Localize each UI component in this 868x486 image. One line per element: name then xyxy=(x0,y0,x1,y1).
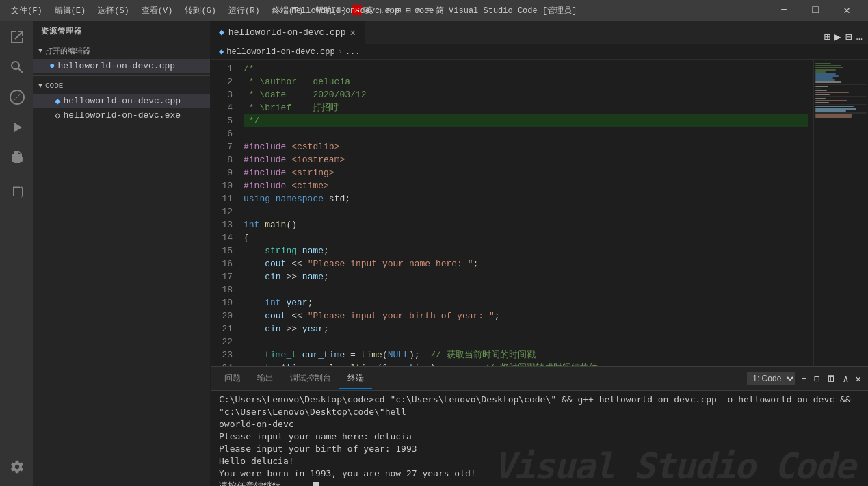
terminal-content[interactable]: C:\Users\Lenovo\Desktop\code>cd "c:\User… xyxy=(211,391,868,486)
panel: 问题 输出 调试控制台 终端 1: Code + ⊟ 🗑 ∧ ✕ xyxy=(211,366,868,486)
new-folder-icon[interactable]: ⊞ xyxy=(166,80,177,91)
tab-bar: ◆ helloworld-on-devc.cpp ✕ ⊞ ▶ ⊟ … xyxy=(211,21,868,44)
sidebar: 资源管理器 ▼ 打开的编辑器 ● helloworld-on-devc.cpp … xyxy=(33,21,211,486)
editor-area: ◆ helloworld-on-devc.cpp ✕ ⊞ ▶ ⊟ … ◆ hel… xyxy=(211,21,868,486)
cpp-file-icon2: ◆ xyxy=(55,95,60,107)
open-editors-text: 打开的编辑器 xyxy=(45,46,90,56)
panel-trash-icon[interactable]: 🗑 xyxy=(825,372,837,385)
menu-view[interactable]: 查看(V) xyxy=(136,2,179,19)
play-icon[interactable]: ▶ xyxy=(834,30,841,44)
activity-debug[interactable] xyxy=(3,114,30,141)
code-editor-container: 1234 5678 9101112 13141516 17181920 2122… xyxy=(211,60,868,486)
code-exe-file[interactable]: ◇ helloworld-on-devc.exe xyxy=(33,108,210,123)
new-file-icon[interactable]: + xyxy=(153,80,163,91)
breadcrumb-separator: › xyxy=(338,47,343,57)
panel-tab-terminal[interactable]: 终端 xyxy=(339,368,372,389)
more-actions-icon[interactable]: … xyxy=(856,31,863,43)
titlebar: 文件(F) 编辑(E) 选择(S) 查看(V) 转到(G) 运行(R) 终端(T… xyxy=(0,0,868,21)
minimize-button[interactable]: − xyxy=(768,0,800,21)
panel-close-icon[interactable]: ✕ xyxy=(854,372,863,386)
panel-tab-problems[interactable]: 问题 xyxy=(216,368,249,389)
code-section-label: CODE xyxy=(45,81,63,90)
breadcrumb: ◆ helloworld-on-devc.cpp › ... xyxy=(211,44,868,60)
activity-bar xyxy=(0,21,33,486)
breadcrumb-file[interactable]: helloworld-on-devc.cpp xyxy=(226,47,334,57)
code-section: ▼ CODE + ⊞ ⟳ … ◆ helloworld-on-devc.cpp … xyxy=(33,77,210,123)
minimap-content xyxy=(814,60,868,121)
code-chevron-icon: ▼ xyxy=(38,82,42,90)
menu-file[interactable]: 文件(F) xyxy=(5,2,48,19)
editor-tab[interactable]: ◆ helloworld-on-devc.cpp ✕ xyxy=(211,21,365,44)
terminal-line-1: C:\Users\Lenovo\Desktop\code>cd "c:\User… xyxy=(219,394,860,418)
tab-file-icon: ◆ xyxy=(219,27,224,38)
menu-select[interactable]: 选择(S) xyxy=(92,2,135,19)
panel-actions[interactable]: 1: Code + ⊟ 🗑 ∧ ✕ xyxy=(747,372,863,386)
exe-file-icon: ◇ xyxy=(55,110,60,121)
close-button[interactable]: ✕ xyxy=(831,0,863,21)
activity-explorer[interactable] xyxy=(3,23,30,51)
split-view-icon[interactable]: ⊟ xyxy=(845,30,852,44)
code-section-left: ▼ CODE xyxy=(38,81,63,90)
sidebar-header: 资源管理器 xyxy=(33,21,210,42)
open-editors-label[interactable]: ▼ 打开的编辑器 xyxy=(33,43,210,59)
code-cpp-file[interactable]: ◆ helloworld-on-devc.cpp xyxy=(33,94,210,108)
activity-git[interactable] xyxy=(3,84,30,111)
terminal-selector[interactable]: 1: Code xyxy=(747,372,795,385)
tab-close-icon[interactable]: ✕ xyxy=(350,27,355,38)
panel-tab-output[interactable]: 输出 xyxy=(249,368,282,389)
terminal-line-5: Hello delucia! xyxy=(219,455,860,468)
terminal-line-2: oworld-on-devc xyxy=(219,418,860,431)
panel-add-icon[interactable]: + xyxy=(800,372,808,385)
menu-run[interactable]: 运行(R) xyxy=(223,2,265,19)
menu-goto[interactable]: 转到(G) xyxy=(179,2,222,19)
activity-extensions[interactable] xyxy=(3,144,30,171)
code-editor[interactable]: 1234 5678 9101112 13141516 17181920 2122… xyxy=(211,60,813,366)
terminal-line-3: Please input your name here: delucia xyxy=(219,431,860,443)
menu-edit[interactable]: 编辑(E) xyxy=(49,2,92,19)
code-content[interactable]: /* * \author delucia * \date 2020/03/12 … xyxy=(238,60,813,366)
refresh-icon[interactable]: ⟳ xyxy=(180,80,191,91)
open-editors-section: ▼ 打开的编辑器 ● helloworld-on-devc.cpp xyxy=(33,42,210,74)
tab-filename: helloworld-on-devc.cpp xyxy=(228,27,346,38)
breadcrumb-file-icon: ◆ xyxy=(219,47,224,57)
code-exe-filename: helloworld-on-devc.exe xyxy=(63,110,181,120)
titlebar-title: helloworld-on-devc.cpp - code - Visual S… xyxy=(291,5,577,16)
code-cpp-filename: helloworld-on-devc.cpp xyxy=(63,96,181,106)
activity-bar-bottom xyxy=(3,453,30,486)
panel-split-icon[interactable]: ⊟ xyxy=(813,372,821,386)
terminal-line-6: You were born in 1993, you are now 27 ye… xyxy=(219,468,860,480)
cpp-file-icon: ● xyxy=(49,60,55,71)
line-numbers: 1234 5678 9101112 13141516 17181920 2122… xyxy=(211,60,238,366)
terminal-line-4: Please input your birth of year: 1993 xyxy=(219,443,860,455)
panel-chevron-up-icon[interactable]: ∧ xyxy=(841,372,850,386)
panel-tab-debug[interactable]: 调试控制台 xyxy=(282,368,339,389)
terminal-line-7: 请按任意键继续. . . xyxy=(219,480,860,486)
activity-test[interactable] xyxy=(3,179,30,207)
collapse-icon[interactable]: … xyxy=(194,80,205,91)
activity-search[interactable] xyxy=(3,53,30,81)
open-editors-chevron-icon: ▼ xyxy=(38,47,42,55)
section-divider xyxy=(33,75,210,76)
breadcrumb-context[interactable]: ... xyxy=(345,47,360,57)
split-editor-icon[interactable]: ⊞ xyxy=(824,30,830,44)
main-layout: 资源管理器 ▼ 打开的编辑器 ● helloworld-on-devc.cpp … xyxy=(0,21,868,486)
maximize-button[interactable]: □ xyxy=(800,0,831,21)
titlebar-controls[interactable]: − □ ✕ xyxy=(768,0,863,21)
terminal-cursor xyxy=(313,482,319,486)
activity-settings[interactable] xyxy=(3,453,30,481)
editor-and-minimap: 1234 5678 9101112 13141516 17181920 2122… xyxy=(211,60,868,366)
minimap xyxy=(813,60,868,366)
code-section-header[interactable]: ▼ CODE + ⊞ ⟳ … xyxy=(33,77,210,94)
panel-tabs: 问题 输出 调试控制台 终端 1: Code + ⊟ 🗑 ∧ ✕ xyxy=(211,367,868,391)
open-editor-file[interactable]: ● helloworld-on-devc.cpp xyxy=(33,59,210,73)
open-editor-filename: helloworld-on-devc.cpp xyxy=(57,61,175,71)
